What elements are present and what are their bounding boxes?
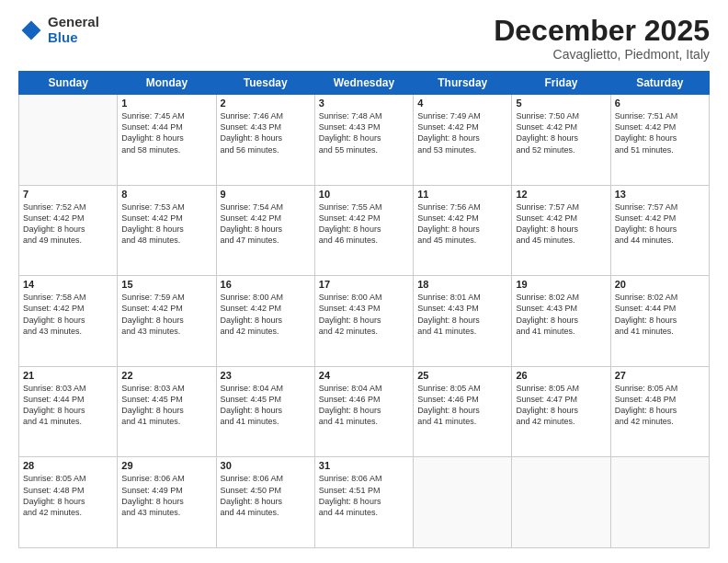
day-number: 26 [516,370,606,381]
table-row: 22Sunrise: 8:03 AMSunset: 4:45 PMDayligh… [118,366,216,457]
day-number: 18 [417,279,507,290]
calendar-table: Sunday Monday Tuesday Wednesday Thursday… [18,71,710,548]
calendar-week-row: 7Sunrise: 7:52 AMSunset: 4:42 PMDaylight… [19,185,710,276]
day-number: 17 [319,279,409,290]
table-row: 19Sunrise: 8:02 AMSunset: 4:43 PMDayligh… [512,276,610,367]
title-block: December 2025 Cavaglietto, Piedmont, Ita… [494,15,710,62]
day-number: 5 [516,98,606,109]
calendar-week-row: 28Sunrise: 8:05 AMSunset: 4:48 PMDayligh… [19,457,710,548]
day-info: Sunrise: 8:04 AMSunset: 4:45 PMDaylight:… [221,383,311,428]
location: Cavaglietto, Piedmont, Italy [494,47,710,62]
logo-icon [18,17,44,43]
day-number: 30 [221,460,311,471]
table-row: 14Sunrise: 7:58 AMSunset: 4:42 PMDayligh… [19,276,118,367]
table-row [512,457,610,548]
month-title: December 2025 [494,15,710,47]
day-info: Sunrise: 7:51 AMSunset: 4:42 PMDaylight:… [615,110,705,155]
day-info: Sunrise: 8:05 AMSunset: 4:47 PMDaylight:… [516,383,606,428]
table-row: 26Sunrise: 8:05 AMSunset: 4:47 PMDayligh… [512,366,610,457]
day-info: Sunrise: 7:48 AMSunset: 4:43 PMDaylight:… [319,110,409,155]
table-row: 23Sunrise: 8:04 AMSunset: 4:45 PMDayligh… [216,366,314,457]
day-number: 12 [516,189,606,200]
day-number: 31 [319,460,409,471]
page: General Blue December 2025 Cavaglietto, … [0,0,728,563]
day-info: Sunrise: 7:52 AMSunset: 4:42 PMDaylight:… [23,201,113,247]
day-info: Sunrise: 8:05 AMSunset: 4:46 PMDaylight:… [417,383,507,428]
table-row [19,95,118,186]
table-row: 3Sunrise: 7:48 AMSunset: 4:43 PMDaylight… [314,95,413,186]
svg-marker-0 [22,20,41,40]
table-row: 16Sunrise: 8:00 AMSunset: 4:42 PMDayligh… [216,276,314,367]
day-info: Sunrise: 7:50 AMSunset: 4:42 PMDaylight:… [516,110,606,155]
header-tuesday: Tuesday [216,72,314,95]
header-friday: Friday [512,72,610,95]
calendar-header-row: Sunday Monday Tuesday Wednesday Thursday… [19,72,710,95]
table-row: 12Sunrise: 7:57 AMSunset: 4:42 PMDayligh… [512,185,610,276]
table-row: 20Sunrise: 8:02 AMSunset: 4:44 PMDayligh… [610,276,709,367]
day-number: 14 [23,279,113,290]
day-info: Sunrise: 8:00 AMSunset: 4:42 PMDaylight:… [221,292,311,337]
day-info: Sunrise: 8:02 AMSunset: 4:43 PMDaylight:… [516,292,606,337]
day-info: Sunrise: 7:57 AMSunset: 4:42 PMDaylight:… [615,201,705,247]
day-info: Sunrise: 8:06 AMSunset: 4:51 PMDaylight:… [319,473,409,518]
day-number: 10 [319,189,409,200]
logo-text: General Blue [48,15,99,45]
day-number: 23 [221,370,311,381]
day-number: 15 [121,279,211,290]
day-number: 25 [417,370,507,381]
day-info: Sunrise: 8:01 AMSunset: 4:43 PMDaylight:… [417,292,507,337]
day-number: 22 [121,370,211,381]
day-number: 29 [121,460,211,471]
table-row: 15Sunrise: 7:59 AMSunset: 4:42 PMDayligh… [118,276,216,367]
table-row: 8Sunrise: 7:53 AMSunset: 4:42 PMDaylight… [118,185,216,276]
day-info: Sunrise: 8:00 AMSunset: 4:43 PMDaylight:… [319,292,409,337]
table-row: 13Sunrise: 7:57 AMSunset: 4:42 PMDayligh… [610,185,709,276]
table-row: 5Sunrise: 7:50 AMSunset: 4:42 PMDaylight… [512,95,610,186]
table-row: 10Sunrise: 7:55 AMSunset: 4:42 PMDayligh… [314,185,413,276]
day-info: Sunrise: 8:05 AMSunset: 4:48 PMDaylight:… [615,383,705,428]
calendar-week-row: 1Sunrise: 7:45 AMSunset: 4:44 PMDaylight… [19,95,710,186]
day-info: Sunrise: 8:06 AMSunset: 4:49 PMDaylight:… [121,473,211,518]
table-row: 28Sunrise: 8:05 AMSunset: 4:48 PMDayligh… [19,457,118,548]
day-number: 24 [319,370,409,381]
header-wednesday: Wednesday [314,72,413,95]
day-number: 20 [615,279,705,290]
table-row: 17Sunrise: 8:00 AMSunset: 4:43 PMDayligh… [314,276,413,367]
table-row: 11Sunrise: 7:56 AMSunset: 4:42 PMDayligh… [414,185,512,276]
table-row: 21Sunrise: 8:03 AMSunset: 4:44 PMDayligh… [19,366,118,457]
header-monday: Monday [118,72,216,95]
table-row [610,457,709,548]
header-thursday: Thursday [414,72,512,95]
day-info: Sunrise: 7:46 AMSunset: 4:43 PMDaylight:… [221,110,311,155]
day-number: 6 [615,98,705,109]
day-number: 1 [121,98,211,109]
day-number: 16 [221,279,311,290]
day-info: Sunrise: 7:58 AMSunset: 4:42 PMDaylight:… [23,292,113,337]
table-row: 1Sunrise: 7:45 AMSunset: 4:44 PMDaylight… [118,95,216,186]
day-info: Sunrise: 8:03 AMSunset: 4:44 PMDaylight:… [23,383,113,428]
table-row: 2Sunrise: 7:46 AMSunset: 4:43 PMDaylight… [216,95,314,186]
table-row: 30Sunrise: 8:06 AMSunset: 4:50 PMDayligh… [216,457,314,548]
day-number: 28 [23,460,113,471]
day-number: 8 [121,189,211,200]
day-info: Sunrise: 8:03 AMSunset: 4:45 PMDaylight:… [121,383,211,428]
logo-blue-text: Blue [48,30,99,46]
header-sunday: Sunday [19,72,118,95]
day-info: Sunrise: 7:49 AMSunset: 4:42 PMDaylight:… [417,110,507,155]
table-row: 7Sunrise: 7:52 AMSunset: 4:42 PMDaylight… [19,185,118,276]
table-row [414,457,512,548]
calendar-week-row: 21Sunrise: 8:03 AMSunset: 4:44 PMDayligh… [19,366,710,457]
day-info: Sunrise: 8:05 AMSunset: 4:48 PMDaylight:… [23,473,113,518]
day-info: Sunrise: 7:55 AMSunset: 4:42 PMDaylight:… [319,201,409,247]
day-info: Sunrise: 7:53 AMSunset: 4:42 PMDaylight:… [121,201,211,247]
table-row: 27Sunrise: 8:05 AMSunset: 4:48 PMDayligh… [610,366,709,457]
table-row: 31Sunrise: 8:06 AMSunset: 4:51 PMDayligh… [314,457,413,548]
table-row: 18Sunrise: 8:01 AMSunset: 4:43 PMDayligh… [414,276,512,367]
day-number: 9 [221,189,311,200]
day-number: 4 [417,98,507,109]
table-row: 29Sunrise: 8:06 AMSunset: 4:49 PMDayligh… [118,457,216,548]
day-info: Sunrise: 7:59 AMSunset: 4:42 PMDaylight:… [121,292,211,337]
logo-general-text: General [48,15,99,30]
header: General Blue December 2025 Cavaglietto, … [18,15,710,62]
logo: General Blue [18,15,99,45]
